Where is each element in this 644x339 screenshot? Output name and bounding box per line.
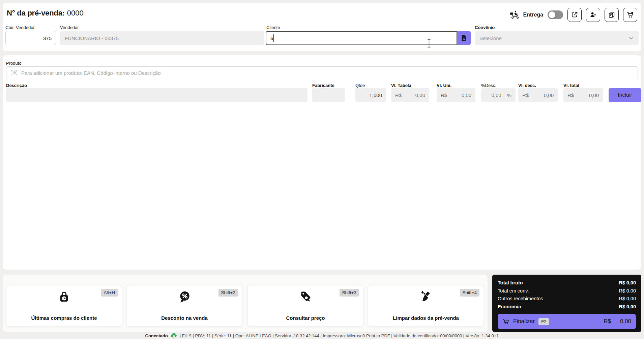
vl-tabela-input: R$ 0,00: [391, 88, 429, 102]
finalizar-label: Finalizar: [513, 318, 535, 325]
delivery-label: Entrega: [523, 12, 543, 18]
vl-uni-input: R$ 0,00: [437, 88, 475, 102]
status-details: | Fil: 9 | PDV: 11 | Série: 11 | Ope: AL…: [180, 333, 499, 338]
col-desc-pct: %Desc.: [481, 83, 496, 88]
convenio-select[interactable]: Selecione: [475, 31, 639, 45]
share-button[interactable]: [567, 8, 582, 22]
pos-presale-page: { "app": { "title_label": "N° da pré-ven…: [0, 0, 644, 339]
cod-vendedor-input[interactable]: 375: [5, 31, 56, 45]
total-value: R$ 0,00: [619, 303, 636, 311]
action-label: Consultar preço: [248, 315, 363, 321]
totals-panel: Total bruto R$ 0,00 Total em conv. R$ 0,…: [492, 275, 641, 332]
finalizar-button[interactable]: Finalizar F2 R$ 0,00: [498, 314, 636, 329]
add-client-button[interactable]: [586, 8, 600, 22]
total-label: Total bruto: [498, 279, 523, 287]
vl-desc-value: 0,00: [544, 92, 558, 98]
action-ultimas-compras[interactable]: Alt+H Últimas compras do cliente: [6, 285, 122, 327]
currency-label: R$: [437, 92, 447, 98]
cliente-label: Cliente: [266, 25, 280, 30]
convenio-placeholder: Selecione: [479, 35, 502, 41]
delivery-scooter-icon: [510, 10, 520, 19]
toggle-knob: [549, 11, 555, 18]
produto-input[interactable]: Para adicionar um produto: EAN, Código i…: [6, 66, 638, 79]
finalizar-currency: R$: [604, 318, 611, 325]
cliente-value: 6: [270, 35, 273, 41]
desc-pct-value: 0,00: [491, 92, 505, 98]
vendedor-value: FUNCIONARIO - 00375: [65, 35, 119, 41]
finalizar-shortcut-badge: F2: [538, 318, 549, 325]
cliente-field-group: 6: [266, 31, 471, 45]
action-consultar-preco[interactable]: Shift+3 Consultar preço: [247, 285, 363, 327]
col-fabricante: Fabricante: [312, 83, 334, 88]
document-search-icon: [460, 34, 468, 42]
currency-label: R$: [518, 92, 529, 98]
finalizar-amount: 0,00: [620, 318, 631, 325]
total-label: Economia: [498, 303, 521, 311]
copy-icon: [608, 11, 615, 19]
delivery-toggle[interactable]: [548, 10, 563, 19]
vl-uni-value: 0,00: [462, 92, 475, 98]
cart-badge-icon: [626, 11, 634, 19]
convenio-label: Convênio: [475, 25, 495, 30]
col-vl-uni: Vl. Uni.: [437, 83, 451, 88]
percent-suffix: %: [505, 92, 516, 98]
cod-vendedor-label: Cód. Vendedor: [5, 25, 35, 30]
cart-button[interactable]: [623, 8, 637, 22]
col-vl-desc: Vl. desc.: [518, 83, 536, 88]
connected-label: Conectado: [145, 333, 168, 338]
total-conv-row: Total em conv. R$ 0,00: [498, 287, 636, 295]
action-desconto-venda[interactable]: Shift+2 Desconto na venda: [126, 285, 242, 327]
shortcut-badge: Shift+2: [218, 289, 238, 297]
desc-pct-input: 0,00 %: [481, 88, 516, 102]
cloud-sync-icon: [170, 332, 177, 339]
total-value: R$ 0,00: [619, 287, 636, 295]
total-bruto-row: Total bruto R$ 0,00: [498, 279, 636, 287]
chevron-down-icon: [628, 35, 635, 41]
vendedor-label: Vendedor: [60, 25, 79, 30]
cliente-search-button[interactable]: [457, 31, 471, 45]
total-label: Total em conv.: [498, 287, 529, 295]
barcode-icon: [10, 69, 18, 76]
cod-vendedor-value: 375: [6, 35, 56, 41]
currency-label: R$: [391, 92, 402, 98]
incluir-button[interactable]: Incluir: [609, 88, 641, 102]
text-caret: [273, 34, 274, 42]
action-label: Desconto na venda: [127, 315, 242, 321]
produto-label: Produto: [6, 61, 22, 66]
produto-placeholder: Para adicionar um produto: EAN, Código i…: [21, 70, 161, 76]
shortcut-badge: Alt+H: [101, 289, 118, 297]
total-value: R$ 0,00: [619, 295, 636, 303]
fabricante-input: [312, 88, 345, 102]
col-qtde: Qtde: [355, 83, 365, 88]
copy-button[interactable]: [605, 8, 619, 22]
col-descricao: Descrição: [6, 83, 27, 88]
status-bar: Conectado | Fil: 9 | PDV: 11 | Série: 11…: [0, 332, 644, 339]
total-label: Outros recebimentos: [498, 295, 543, 303]
share-icon: [571, 11, 578, 19]
action-limpar-dados[interactable]: Shift+4 Limpar dados da pré-venda: [368, 285, 484, 327]
col-vl-tabela: Vl. Tabela: [391, 83, 411, 88]
vl-total-input: R$ 0,00: [563, 88, 603, 102]
vl-tabela-value: 0,00: [415, 92, 429, 98]
economia-row: Economia R$ 0,00: [498, 303, 636, 311]
add-user-icon: [589, 11, 597, 19]
qtde-value: 1,000: [369, 92, 386, 98]
vl-desc-input: R$ 0,00: [518, 88, 558, 102]
descricao-input: [6, 88, 308, 102]
presale-number-label: N° da pré-venda:: [7, 9, 65, 17]
page-title: N° da pré-venda:0000: [7, 9, 84, 18]
header-card: N° da pré-venda:0000 Entrega: [3, 3, 641, 51]
currency-label: R$: [563, 92, 574, 98]
product-card: Produto Para adicionar um produto: EAN, …: [3, 55, 641, 270]
header-actions: Entrega: [510, 7, 637, 22]
presale-number-value: 0000: [67, 9, 84, 17]
outros-recebimentos-row: Outros recebimentos R$ 0,00: [498, 295, 636, 303]
mouse-ibeam-cursor: [427, 39, 431, 48]
quick-actions-bar: Alt+H Últimas compras do cliente Shift+2…: [3, 275, 488, 332]
vl-total-value: 0,00: [589, 92, 603, 98]
action-label: Últimas compras do cliente: [6, 315, 122, 321]
shortcut-badge: Shift+3: [340, 289, 359, 297]
shortcut-badge: Shift+4: [460, 289, 479, 297]
vendedor-input: FUNCIONARIO - 00375: [60, 31, 264, 45]
qtde-input[interactable]: 1,000: [355, 88, 386, 102]
